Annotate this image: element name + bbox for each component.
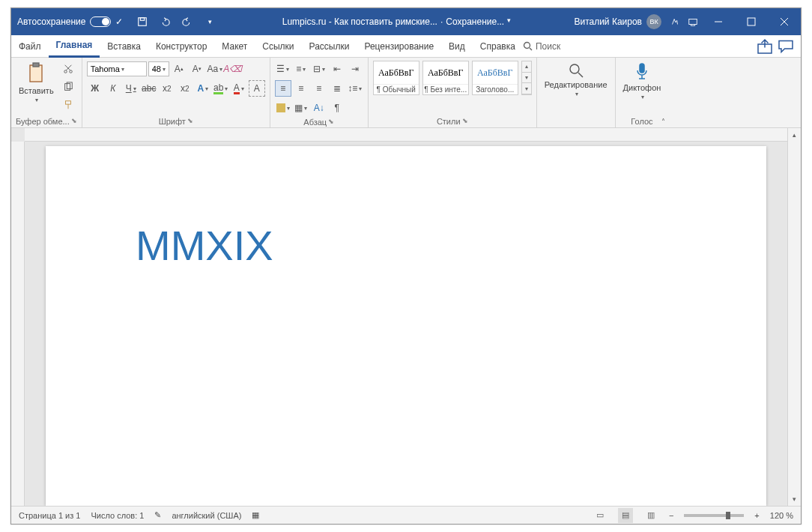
paragraph-launcher[interactable]: ⬊ [328,118,334,127]
numbering-button[interactable]: ≡▾ [293,61,309,77]
text-effects-button[interactable]: A▾ [195,80,211,97]
borders-button[interactable]: ▦▾ [293,100,309,116]
page-indicator[interactable]: Страница 1 из 1 [19,511,80,520]
editing-dropdown[interactable]: Редактирование ▾ [542,61,610,99]
user-avatar[interactable]: ВК [646,14,661,29]
qat-customize[interactable]: ▾ [201,13,219,31]
close-button[interactable] [768,8,801,35]
align-right-button[interactable]: ≡ [311,80,327,97]
search-box[interactable]: Поиск [523,41,560,52]
zoom-slider[interactable] [684,514,744,517]
font-color-button[interactable]: A▾ [231,80,247,97]
svg-line-8 [530,48,532,50]
comments-button[interactable] [777,37,795,55]
tab-references[interactable]: Ссылки [255,35,301,58]
font-name-select[interactable]: Tahoma▾ [87,61,147,76]
format-painter-button[interactable] [60,97,76,113]
tab-insert[interactable]: Вставка [100,35,148,58]
dictate-button[interactable]: Диктофон ▾ [620,61,664,102]
style-heading1[interactable]: АаБбВвГЗаголово... [472,61,518,95]
tab-mailings[interactable]: Рассылки [302,35,357,58]
ribbon-display-icon[interactable] [684,13,702,31]
clear-formatting-button[interactable]: A⌫ [225,61,241,77]
italic-button[interactable]: К [105,80,121,97]
document-page[interactable]: MMXIX [46,146,766,506]
superscript-button[interactable]: x2 [177,80,193,97]
group-font: Tahoma▾ 48▾ A▴ A▾ Aa▾ A⌫ Ж К Ч▾ abc x2 x… [82,58,270,127]
underline-button[interactable]: Ч▾ [123,80,139,97]
multilevel-button[interactable]: ⊟▾ [311,61,327,77]
web-layout-icon[interactable]: ▥ [643,508,658,523]
saving-dropdown[interactable]: ▾ [507,16,511,27]
maximize-button[interactable] [735,8,768,35]
svg-point-13 [69,70,72,73]
subscript-button[interactable]: x2 [159,80,175,97]
document-area: ▴ ▾ MMXIX [11,128,801,506]
tab-review[interactable]: Рецензирование [357,35,441,58]
font-size-select[interactable]: 48▾ [148,61,169,76]
font-launcher[interactable]: ⬊ [187,117,193,126]
horizontal-ruler[interactable] [25,128,787,142]
decrease-indent-button[interactable]: ⇤ [329,61,345,77]
clipboard-launcher[interactable]: ⬊ [71,117,77,126]
sort-button[interactable]: A↓ [311,100,327,116]
styles-launcher[interactable]: ⬊ [462,117,468,126]
vertical-scrollbar[interactable]: ▴ ▾ [787,128,801,506]
align-left-button[interactable]: ≡ [275,80,291,97]
svg-rect-10 [30,65,42,82]
collapse-ribbon-button[interactable]: ˄ [661,118,665,126]
undo-button[interactable] [156,13,174,31]
zoom-level[interactable]: 120 % [770,511,793,520]
word-count[interactable]: Число слов: 1 [91,511,144,520]
tab-home[interactable]: Главная [49,35,100,58]
line-spacing-button[interactable]: ↕≡▾ [347,80,363,97]
tab-help[interactable]: Справка [473,35,523,58]
redo-button[interactable] [178,13,196,31]
shading-button[interactable]: ▾ [275,100,291,116]
strike-button[interactable]: abc [141,80,157,97]
increase-indent-button[interactable]: ⇥ [347,61,363,77]
copy-button[interactable] [60,79,76,95]
title-bar: Автосохранение ✓ ▾ Lumpics.ru - Как пост… [11,8,801,35]
spellcheck-icon[interactable]: ✎ [154,510,161,520]
autosave-toggle[interactable] [90,16,111,27]
show-marks-button[interactable]: ¶ [329,100,345,116]
styles-scroll[interactable]: ▴▾▾ [521,61,532,95]
share-button[interactable] [756,37,774,55]
align-center-button[interactable]: ≡ [293,80,309,97]
zoom-in-button[interactable]: + [754,511,759,520]
document-title: Lumpics.ru - Как поставить римские... [282,16,437,27]
print-layout-icon[interactable]: ▤ [618,508,633,523]
justify-button[interactable]: ≣ [329,80,345,97]
document-text[interactable]: MMXIX [136,222,273,269]
language-indicator[interactable]: английский (США) [172,511,241,520]
style-no-spacing[interactable]: АаБбВвГ¶ Без инте... [422,61,469,95]
read-mode-icon[interactable]: ▭ [593,508,608,523]
tab-design[interactable]: Конструктор [148,35,214,58]
vertical-ruler[interactable] [11,142,25,506]
svg-point-7 [524,43,530,49]
highlight-button[interactable]: ab▾ [213,80,229,97]
char-shading-button[interactable]: A [249,80,265,97]
autosave-label: Автосохранение [17,16,85,27]
cut-button[interactable] [60,61,76,77]
svg-rect-19 [640,64,644,73]
bold-button[interactable]: Ж [87,80,103,97]
scroll-down-icon[interactable]: ▾ [788,492,801,506]
scroll-up-icon[interactable]: ▴ [788,128,801,142]
macro-icon[interactable]: ▦ [252,510,259,520]
style-normal[interactable]: АаБбВвГ¶ Обычный [373,61,419,95]
minimize-button[interactable] [702,8,735,35]
svg-rect-11 [33,63,39,67]
bullets-button[interactable]: ☰▾ [275,61,291,77]
tab-view[interactable]: Вид [441,35,473,58]
change-case-button[interactable]: Aa▾ [207,61,223,77]
paste-button[interactable]: Вставить ▾ [16,61,57,105]
shrink-font-button[interactable]: A▾ [189,61,205,77]
tab-file[interactable]: Файл [11,35,49,58]
grow-font-button[interactable]: A▴ [171,61,187,77]
zoom-out-button[interactable]: − [669,511,673,520]
tab-layout[interactable]: Макет [214,35,255,58]
save-icon[interactable] [133,13,151,31]
coming-soon-icon[interactable] [666,13,684,31]
